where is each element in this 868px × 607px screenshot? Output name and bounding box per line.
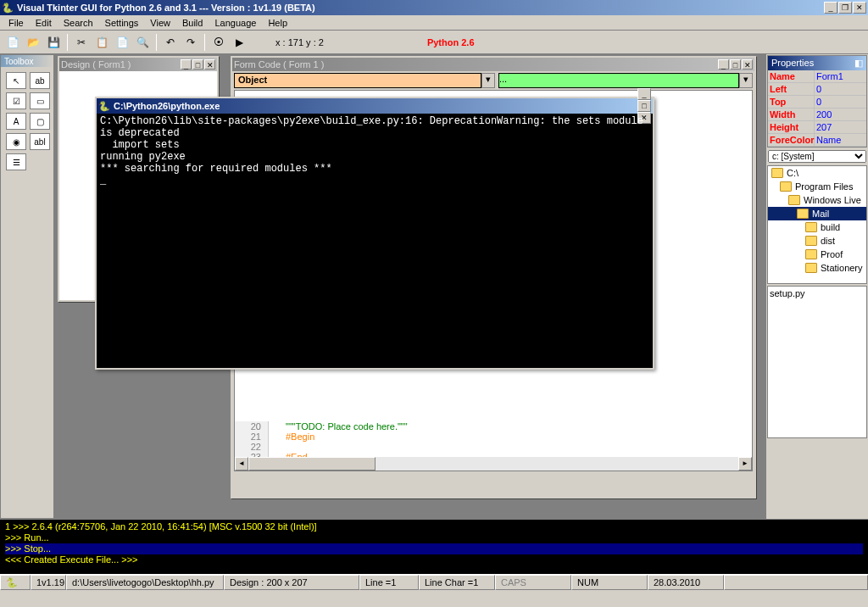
status-line: Line =1 <box>359 575 419 590</box>
menu-file[interactable]: File <box>3 17 29 29</box>
menubar: File Edit Search Settings View Build Lan… <box>0 15 868 31</box>
code-hscrollbar[interactable]: ◄ ► <box>235 457 752 471</box>
method-selector[interactable]: ... <box>498 73 739 88</box>
restore-button[interactable]: ❐ <box>838 2 852 14</box>
property-row[interactable]: ForeColorName <box>768 134 866 147</box>
python-icon: 🐍 <box>98 101 110 112</box>
console-title-text: C:\Python26\python.exe <box>110 101 637 111</box>
file-list[interactable]: setup.py <box>767 286 867 438</box>
status-caps: CAPS <box>495 575 571 590</box>
button-tool[interactable]: ▭ <box>30 92 50 109</box>
cut-icon[interactable]: ✂ <box>72 33 91 52</box>
design-min[interactable]: _ <box>181 59 192 70</box>
console-maximize[interactable]: □ <box>637 100 651 112</box>
folder-icon <box>805 222 817 232</box>
folder-item[interactable]: dist <box>768 234 866 248</box>
design-close[interactable]: ✕ <box>204 59 215 70</box>
python-version-label: Python 2.6 <box>427 37 475 47</box>
property-row[interactable]: Top0 <box>768 96 866 109</box>
status-num: NUM <box>571 575 648 590</box>
status-icon: 🐍 <box>0 575 31 590</box>
status-design: Design : 200 x 207 <box>224 575 359 590</box>
code-line[interactable]: 21#Begin <box>235 432 752 442</box>
undo-icon[interactable]: ↶ <box>161 33 180 52</box>
console-window[interactable]: 🐍 C:\Python26\python.exe _ □ ✕ C:\Python… <box>95 97 654 370</box>
menu-settings[interactable]: Settings <box>100 17 144 29</box>
menu-search[interactable]: Search <box>58 17 98 29</box>
redo-icon[interactable]: ↷ <box>181 33 200 52</box>
console-minimize[interactable]: _ <box>637 88 651 100</box>
console-titlebar[interactable]: 🐍 C:\Python26\python.exe _ □ ✕ <box>97 98 653 114</box>
copy-icon[interactable]: 📋 <box>92 33 111 52</box>
property-row[interactable]: NameForm1 <box>768 70 866 83</box>
scroll-left-icon[interactable]: ◄ <box>235 457 248 471</box>
code-close[interactable]: ✕ <box>742 59 753 70</box>
folder-icon <box>805 249 817 259</box>
status-version: 1v1.19 <box>31 575 66 590</box>
listbox-tool[interactable]: ☰ <box>6 153 26 170</box>
property-row[interactable]: Left0 <box>768 83 866 96</box>
status-path: d:\Users\livetogogo\Desktop\hh.py <box>66 575 224 590</box>
frame-tool[interactable]: ▢ <box>30 113 50 130</box>
new-file-icon[interactable]: 📄 <box>3 33 22 52</box>
menu-language[interactable]: Language <box>209 17 261 29</box>
folder-item[interactable]: Program Files <box>768 180 866 193</box>
code-window-title[interactable]: Form Code ( Form 1 ) _ □ ✕ <box>232 58 754 71</box>
scroll-thumb[interactable] <box>248 457 376 471</box>
folder-icon <box>797 209 809 219</box>
code-min[interactable]: _ <box>718 59 729 70</box>
object-selector[interactable]: Object <box>234 73 481 88</box>
folder-item[interactable]: Mail <box>768 207 866 220</box>
find-icon[interactable]: 🔍 <box>133 33 152 52</box>
menu-help[interactable]: Help <box>263 17 292 29</box>
properties-title: Properties <box>771 58 814 69</box>
property-row[interactable]: Width200 <box>768 109 866 121</box>
folder-tree[interactable]: C:\Program FilesWindows LiveMailbuilddis… <box>767 165 867 284</box>
folder-item[interactable]: C:\ <box>768 166 866 180</box>
menu-edit[interactable]: Edit <box>31 17 57 29</box>
label-tool[interactable]: A <box>6 113 26 130</box>
close-button[interactable]: ✕ <box>853 2 866 14</box>
code-line[interactable]: 20"""TODO: Place code here.""" <box>235 421 752 432</box>
output-line-selected: >>> Stop... <box>5 543 863 554</box>
drive-selector[interactable]: c: [System] <box>768 150 866 163</box>
output-line: >>> Run... <box>5 532 863 543</box>
properties-panel: Properties◧ NameForm1Left0Top0Width200He… <box>767 55 867 148</box>
menu-view[interactable]: View <box>145 17 175 29</box>
coordinates-label: x : 171 y : 2 <box>275 37 324 47</box>
menu-build[interactable]: Build <box>177 17 208 29</box>
design-max[interactable]: □ <box>192 59 203 70</box>
pointer-tool[interactable]: ↖ <box>6 72 26 89</box>
folder-item[interactable]: Windows Live <box>768 193 866 207</box>
props-pin-icon[interactable]: ◧ <box>854 58 863 69</box>
paste-icon[interactable]: 📄 <box>113 33 131 52</box>
folder-icon <box>771 168 783 178</box>
text-tool[interactable]: ab <box>30 72 50 89</box>
method-dropdown-icon[interactable]: ▾ <box>739 73 753 88</box>
app-icon: 🐍 <box>2 3 14 14</box>
statusbar: 🐍 1v1.19 d:\Users\livetogogo\Desktop\hh.… <box>0 574 868 589</box>
status-spacer <box>724 575 868 590</box>
folder-item[interactable]: build <box>768 220 866 234</box>
design-window-title[interactable]: Design ( Form1 ) _ □ ✕ <box>59 58 217 71</box>
main-toolbar: 📄 📂 💾 ✂ 📋 📄 🔍 ↶ ↷ ⦿ ▶ x : 171 y : 2 Pyth… <box>0 31 868 54</box>
stop-icon[interactable]: ⦿ <box>209 33 228 52</box>
code-max[interactable]: □ <box>730 59 741 70</box>
console-output[interactable]: C:\Python26\lib\site-packages\py2exe\bui… <box>97 114 653 368</box>
folder-item[interactable]: Stationery <box>768 261 866 275</box>
run-icon[interactable]: ▶ <box>230 33 248 52</box>
toolbox-panel: Toolbox ↖ ab ☑ ▭ A ▢ ◉ abl ☰ <box>0 54 54 519</box>
folder-item[interactable]: Proof <box>768 248 866 261</box>
code-line[interactable]: 22 <box>235 442 752 452</box>
folder-icon <box>805 236 817 246</box>
save-icon[interactable]: 💾 <box>44 33 63 52</box>
checkbox-tool[interactable]: ☑ <box>6 92 26 109</box>
minimize-button[interactable]: _ <box>824 2 837 14</box>
open-file-icon[interactable]: 📂 <box>24 33 42 52</box>
entry-tool[interactable]: abl <box>30 133 50 150</box>
file-item[interactable]: setup.py <box>770 288 865 298</box>
property-row[interactable]: Height207 <box>768 121 866 134</box>
radio-tool[interactable]: ◉ <box>6 133 26 150</box>
scroll-right-icon[interactable]: ► <box>738 457 752 471</box>
object-dropdown-icon[interactable]: ▾ <box>481 73 495 88</box>
